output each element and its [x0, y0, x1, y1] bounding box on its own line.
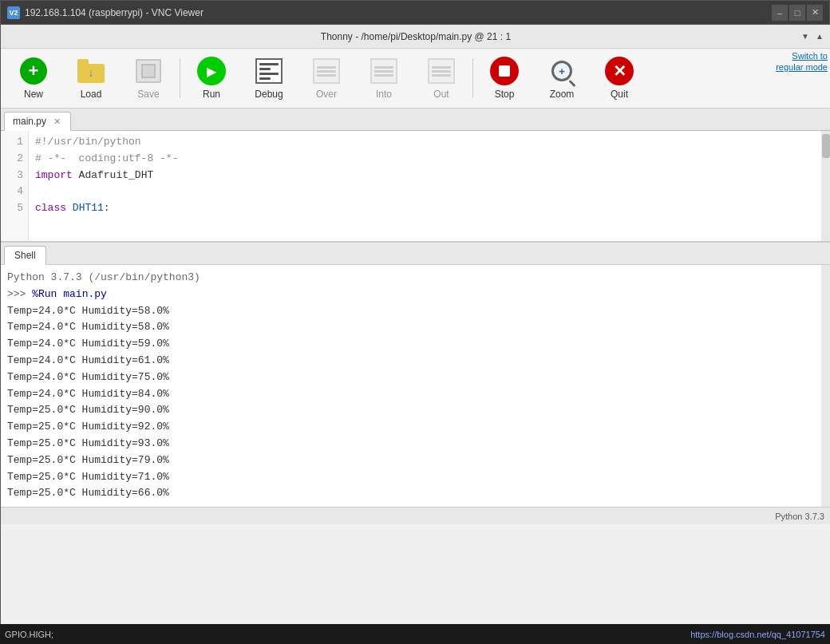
save-label: Save — [137, 89, 159, 100]
code-line-4 — [35, 184, 824, 200]
bottom-text: GPIO.HIGH; — [5, 630, 53, 639]
thonny-titlebar: Thonny - /home/pi/Desktop/main.py @ 21 :… — [1, 25, 830, 49]
shell-panel: Shell Python 3.7.3 (/usr/bin/python3) >>… — [1, 243, 830, 507]
stop-button[interactable]: Stop — [476, 51, 532, 105]
zoom-label: Zoom — [550, 89, 575, 100]
out-icon — [427, 57, 456, 85]
stop-label: Stop — [495, 89, 515, 100]
shell-tab[interactable]: Shell — [4, 246, 46, 265]
line-num-3: 3 — [1, 168, 23, 184]
into-icon — [370, 57, 398, 85]
vnc-titlebar: V2 192.168.1.104 (raspberrypi) - VNC Vie… — [1, 1, 829, 25]
shell-command: %Run main.py — [32, 288, 107, 300]
run-label: Run — [203, 89, 220, 100]
output-line-1: Temp=24.0*C Humidity=58.0% — [7, 303, 824, 320]
shell-vscroll[interactable] — [821, 265, 830, 507]
vnc-icon: V2 — [7, 6, 20, 19]
quit-label: Quit — [611, 89, 628, 100]
vnc-title-text: 192.168.1.104 (raspberrypi) - VNC Viewer — [25, 7, 772, 18]
os-taskbar: GPIO.HIGH; https://blog.csdn.net/qq_4107… — [0, 624, 830, 644]
output-line-9: Temp=25.0*C Humidity=93.0% — [7, 436, 824, 452]
vnc-win-controls: – □ ✕ — [772, 5, 823, 21]
line-numbers: 1 2 3 4 5 — [1, 131, 29, 241]
new-button[interactable]: + New — [6, 51, 61, 105]
vnc-window: V2 192.168.1.104 (raspberrypi) - VNC Vie… — [0, 0, 830, 644]
save-icon — [134, 57, 163, 85]
new-plus-icon: + — [20, 57, 47, 85]
debug-button[interactable]: Debug — [241, 51, 297, 105]
save-button[interactable]: Save — [121, 51, 176, 105]
toolbar: + New ↓ Load — [1, 49, 830, 109]
over-label: Over — [316, 89, 337, 100]
debug-icon — [255, 57, 283, 85]
code-line-5: class DHT11: — [35, 200, 824, 217]
code-content[interactable]: #!/usr/bin/python # -*- coding:utf-8 -*-… — [29, 131, 830, 241]
python-status: Python 3.7.3 — [775, 512, 824, 521]
load-button[interactable]: ↓ Load — [63, 51, 119, 105]
line-num-5: 5 — [1, 200, 23, 217]
zoom-button[interactable]: + Zoom — [534, 51, 590, 105]
output-line-5: Temp=24.0*C Humidity=75.0% — [7, 369, 824, 386]
editor-area[interactable]: 1 2 3 4 5 #!/usr/bin/python # -*- coding… — [1, 131, 830, 243]
output-line-2: Temp=24.0*C Humidity=58.0% — [7, 319, 824, 336]
status-bar: Python 3.7.3 — [1, 507, 830, 524]
shell-tab-label: Shell — [14, 250, 36, 261]
toolbar-separator-2 — [472, 58, 473, 98]
arrow-left-button[interactable]: ▼ — [799, 30, 812, 43]
tab-close-button[interactable]: ✕ — [51, 116, 62, 127]
out-label: Out — [433, 89, 449, 100]
shell-prompt: >>> — [7, 288, 32, 300]
output-line-11: Temp=25.0*C Humidity=71.0% — [7, 469, 824, 486]
code-line-1: #!/usr/bin/python — [35, 134, 824, 151]
zoom-icon: + — [547, 57, 576, 85]
into-button[interactable]: Into — [356, 51, 412, 105]
shell-content[interactable]: Python 3.7.3 (/usr/bin/python3) >>> %Run… — [1, 265, 830, 507]
arrow-right-button[interactable]: ▲ — [813, 30, 826, 43]
code-line-2: # -*- coding:utf-8 -*- — [35, 151, 824, 168]
new-icon: + — [19, 57, 48, 85]
editor-tab-main-py[interactable]: main.py ✕ — [4, 112, 71, 131]
editor-scroll-thumb — [822, 134, 830, 158]
title-arrow-controls: ▼ ▲ — [799, 30, 826, 43]
stop-icon — [490, 57, 519, 85]
thonny-app: Thonny - /home/pi/Desktop/main.py @ 21 :… — [1, 25, 830, 644]
line-num-1: 1 — [1, 134, 23, 151]
output-line-12: Temp=25.0*C Humidity=66.0% — [7, 485, 824, 502]
output-line-3: Temp=24.0*C Humidity=59.0% — [7, 336, 824, 353]
toolbar-separator-1 — [180, 58, 180, 98]
output-line-8: Temp=25.0*C Humidity=92.0% — [7, 419, 824, 436]
editor-tab-bar: main.py ✕ — [1, 109, 830, 131]
line-num-4: 4 — [1, 184, 23, 200]
bottom-url: https://blog.csdn.net/qq_41071754 — [690, 630, 825, 639]
shell-tab-bar: Shell — [1, 243, 830, 265]
run-icon: ▶ — [197, 57, 226, 85]
output-line-7: Temp=25.0*C Humidity=90.0% — [7, 402, 824, 419]
load-icon: ↓ — [77, 57, 105, 85]
over-button[interactable]: Over — [298, 51, 354, 105]
run-play-icon: ▶ — [197, 57, 226, 85]
close-button[interactable]: ✕ — [807, 5, 823, 21]
over-icon — [312, 57, 341, 85]
maximize-button[interactable]: □ — [789, 5, 805, 21]
quit-icon: ✕ — [605, 57, 634, 85]
debug-label: Debug — [255, 89, 283, 100]
run-button[interactable]: ▶ Run — [184, 51, 239, 105]
editor-tab-label: main.py — [13, 116, 46, 127]
load-label: Load — [81, 89, 102, 100]
python-version-info: Python 3.7.3 (/usr/bin/python3) — [7, 270, 824, 286]
switch-to-regular-link[interactable]: Switch to regular mode — [767, 49, 830, 75]
shell-prompt-line: >>> %Run main.py — [7, 286, 824, 303]
code-line-3: import Adafruit_DHT — [35, 168, 824, 184]
code-lines: 1 2 3 4 5 #!/usr/bin/python # -*- coding… — [1, 131, 830, 241]
output-line-4: Temp=24.0*C Humidity=61.0% — [7, 353, 824, 369]
editor-vscroll[interactable] — [821, 131, 830, 241]
line-num-2: 2 — [1, 151, 23, 168]
minimize-button[interactable]: – — [772, 5, 788, 21]
into-label: Into — [376, 89, 392, 100]
new-label: New — [24, 89, 43, 100]
quit-button[interactable]: ✕ Quit — [591, 51, 647, 105]
output-line-6: Temp=24.0*C Humidity=84.0% — [7, 386, 824, 403]
out-button[interactable]: Out — [413, 51, 469, 105]
output-line-10: Temp=25.0*C Humidity=79.0% — [7, 452, 824, 469]
thonny-title: Thonny - /home/pi/Desktop/main.py @ 21 :… — [321, 31, 511, 42]
